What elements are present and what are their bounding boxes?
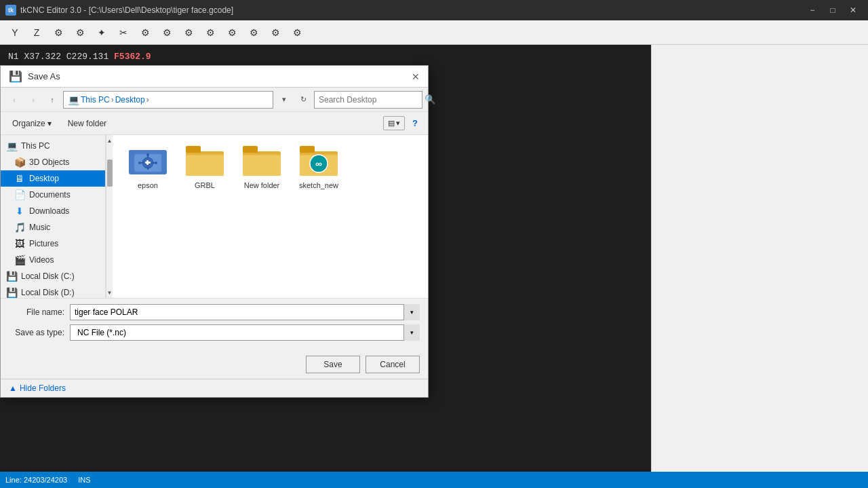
dialog-close-button[interactable]: ✕ (409, 70, 422, 83)
sidebar-item-3d-objects[interactable]: 📦 3D Objects (1, 154, 105, 170)
file-item-epson[interactable]: epson (121, 143, 175, 192)
sidebar-label-videos: Videos (29, 255, 54, 265)
breadcrumb-this-pc[interactable]: This PC (81, 95, 110, 105)
file-browser: 💻 This PC 📦 3D Objects 🖥 Desktop 📄 Docum… (1, 135, 428, 298)
file-label-epson: epson (138, 181, 158, 189)
file-toolbar: Organize ▾ New folder ▤ ▾ ? (1, 112, 428, 135)
toolbar-btn-6[interactable]: ⚙ (157, 23, 176, 42)
toolbar-btn-9[interactable]: ⚙ (222, 23, 241, 42)
svg-point-11 (146, 153, 149, 156)
music-icon: 🎵 (14, 222, 25, 233)
help-button[interactable]: ? (408, 116, 422, 131)
toolbar-btn-7[interactable]: ⚙ (179, 23, 198, 42)
breadcrumb-desktop[interactable]: Desktop (115, 95, 145, 105)
app-title: tkCNC Editor 3.0 - [C:\Users\Dell\Deskto… (20, 5, 233, 15)
savetype-select[interactable]: NC File (*.nc) GCode File (*.gcode) All … (70, 324, 420, 341)
scrollbar-thumb[interactable] (107, 159, 113, 187)
title-bar-controls: − □ ✕ (803, 3, 863, 18)
svg-rect-1 (129, 150, 142, 154)
sidebar-label-downloads: Downloads (29, 206, 69, 216)
sidebar-label-this-pc: This PC (21, 141, 50, 151)
filename-input[interactable] (70, 304, 420, 320)
save-button[interactable]: Save (306, 356, 360, 373)
back-button[interactable]: ‹ (6, 92, 22, 108)
dialog-title-text: Save As (28, 71, 60, 81)
dialog-icon: 💾 (9, 70, 22, 83)
up-button[interactable]: ↑ (44, 92, 60, 108)
folder-icon-epson (129, 146, 167, 179)
view-button[interactable]: ▤ ▾ (383, 116, 405, 130)
input-area: File name: ▾ Save as type: NC File (*.nc… (1, 298, 428, 350)
local-disk-d-icon: 💾 (6, 287, 17, 298)
sidebar-item-videos[interactable]: 🎬 Videos (1, 252, 105, 268)
filename-row: File name: ▾ (9, 304, 420, 320)
toolbar-btn-10[interactable]: ⚙ (244, 23, 263, 42)
sidebar-scrollbar[interactable]: ▲ ▼ (106, 135, 113, 298)
organize-button[interactable]: Organize ▾ (6, 116, 58, 131)
file-item-grbl[interactable]: GRBL (178, 143, 232, 192)
sidebar-item-this-pc[interactable]: 💻 This PC (1, 138, 105, 154)
toolbar-btn-4[interactable]: ✂ (114, 23, 133, 42)
minimize-button[interactable]: − (803, 3, 822, 18)
search-input[interactable] (315, 95, 425, 105)
organize-label: Organize (12, 119, 45, 128)
toolbar-btn-12[interactable]: ⚙ (288, 23, 307, 42)
sidebar-item-local-disk-d[interactable]: 💾 Local Disk (D:) (1, 284, 105, 298)
file-grid: epson GRBL (113, 135, 428, 298)
toolbar-z[interactable]: Z (27, 23, 46, 42)
toolbar-btn-2[interactable]: ⚙ (71, 23, 90, 42)
svg-text:∞: ∞ (315, 158, 322, 169)
savetype-label: Save as type: (9, 328, 70, 337)
cancel-button[interactable]: Cancel (366, 356, 420, 373)
toolbar-btn-1[interactable]: ⚙ (49, 23, 68, 42)
sidebar-item-documents[interactable]: 📄 Documents (1, 187, 105, 203)
downloads-icon: ⬇ (14, 206, 25, 217)
sidebar-item-pictures[interactable]: 🖼 Pictures (1, 236, 105, 252)
sidebar-item-downloads[interactable]: ⬇ Downloads (1, 203, 105, 219)
filename-label: File name: (9, 307, 70, 317)
sidebar-item-desktop[interactable]: 🖥 Desktop (1, 170, 105, 187)
app-close-button[interactable]: ✕ (844, 3, 863, 18)
file-label-sketch-new: sketch_new (299, 181, 338, 189)
search-button[interactable]: 🔍 (425, 92, 436, 108)
scroll-up-arrow[interactable]: ▲ (106, 135, 113, 146)
view-arrow-icon: ▾ (396, 119, 400, 128)
hide-folders-row[interactable]: ▲ Hide Folders (1, 379, 428, 397)
svg-rect-22 (243, 151, 281, 155)
scroll-down-arrow[interactable]: ▼ (106, 287, 113, 298)
title-bar-left: tk tkCNC Editor 3.0 - [C:\Users\Dell\Des… (5, 5, 233, 16)
view-icon: ▤ (388, 119, 395, 128)
new-folder-button[interactable]: New folder (60, 116, 114, 131)
file-item-new-folder[interactable]: New folder (235, 143, 289, 192)
forward-button[interactable]: › (25, 92, 41, 108)
svg-rect-18 (186, 151, 224, 155)
sidebar-label-desktop: Desktop (29, 174, 59, 183)
toolbar-btn-3[interactable]: ✦ (92, 23, 111, 42)
refresh-button[interactable]: ↻ (295, 92, 311, 108)
dialog-titlebar: 💾 Save As ✕ (1, 66, 428, 88)
sidebar-label-pictures: Pictures (29, 239, 58, 248)
sidebar-label-music: Music (29, 223, 50, 232)
toolbar-btn-11[interactable]: ⚙ (266, 23, 285, 42)
toolbar-y[interactable]: Y (5, 23, 24, 42)
title-bar: tk tkCNC Editor 3.0 - [C:\Users\Dell\Des… (0, 0, 868, 20)
file-label-grbl: GRBL (195, 181, 215, 189)
videos-icon: 🎬 (14, 255, 25, 265)
sidebar-item-local-disk-c[interactable]: 💾 Local Disk (C:) (1, 268, 105, 284)
folder-icon-new-folder (243, 146, 281, 179)
savetype-row: Save as type: NC File (*.nc) GCode File … (9, 324, 420, 341)
svg-point-10 (155, 162, 157, 164)
file-item-sketch-new[interactable]: ∞ sketch_new (292, 143, 346, 192)
main-area: N1 X37.322 C229.131 F5362.9 N1 X37.194 C… (0, 45, 868, 472)
svg-point-9 (138, 162, 141, 164)
toolbar-btn-8[interactable]: ⚙ (201, 23, 220, 42)
svg-rect-21 (243, 154, 281, 176)
file-label-new-folder: New folder (244, 181, 280, 189)
dropdown-button[interactable]: ▾ (276, 92, 292, 108)
sidebar-label-documents: Documents (29, 190, 71, 200)
maximize-button[interactable]: □ (823, 3, 842, 18)
folder-icon-grbl (186, 146, 224, 179)
toolbar-btn-5[interactable]: ⚙ (136, 23, 155, 42)
breadcrumb: 💻 This PC › Desktop › (63, 91, 273, 109)
sidebar-item-music[interactable]: 🎵 Music (1, 219, 105, 236)
